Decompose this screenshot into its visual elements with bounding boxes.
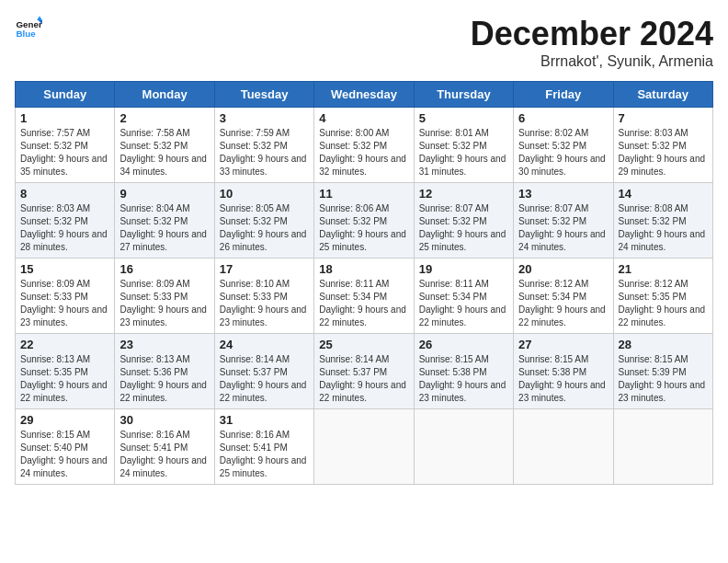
day-info: Sunrise: 8:06 AMSunset: 5:32 PMDaylight:…: [319, 202, 408, 254]
day-info: Sunrise: 8:08 AMSunset: 5:32 PMDaylight:…: [619, 202, 708, 254]
day-number: 15: [20, 262, 109, 276]
calendar-day-cell: 22Sunrise: 8:13 AMSunset: 5:35 PMDayligh…: [16, 334, 115, 409]
day-number: 27: [518, 338, 608, 351]
header-cell: Thursday: [414, 82, 513, 108]
calendar-week-row: 22Sunrise: 8:13 AMSunset: 5:35 PMDayligh…: [16, 334, 713, 409]
day-number: 6: [518, 111, 608, 125]
month-title: December 2024: [471, 15, 713, 53]
header-cell: Friday: [514, 82, 613, 108]
calendar-day-cell: [613, 409, 712, 485]
day-info: Sunrise: 8:15 AMSunset: 5:40 PMDaylight:…: [20, 429, 109, 480]
day-info: Sunrise: 7:59 AMSunset: 5:32 PMDaylight:…: [220, 127, 309, 178]
calendar-day-cell: 23Sunrise: 8:13 AMSunset: 5:36 PMDayligh…: [115, 334, 214, 409]
svg-text:Blue: Blue: [17, 29, 37, 39]
day-info: Sunrise: 8:14 AMSunset: 5:37 PMDaylight:…: [319, 353, 408, 405]
calendar-day-cell: [514, 409, 613, 485]
svg-marker-2: [37, 17, 42, 21]
day-number: 23: [119, 338, 209, 351]
day-number: 3: [220, 111, 309, 125]
calendar-week-row: 29Sunrise: 8:15 AMSunset: 5:40 PMDayligh…: [16, 409, 713, 485]
day-info: Sunrise: 8:09 AMSunset: 5:33 PMDaylight:…: [119, 278, 209, 329]
day-info: Sunrise: 8:07 AMSunset: 5:32 PMDaylight:…: [518, 202, 608, 254]
calendar-day-cell: 5Sunrise: 8:01 AMSunset: 5:32 PMDaylight…: [414, 108, 513, 183]
logo-icon: General Blue: [15, 15, 42, 42]
calendar-table: SundayMondayTuesdayWednesdayThursdayFrid…: [15, 81, 713, 485]
calendar-day-cell: 10Sunrise: 8:05 AMSunset: 5:32 PMDayligh…: [214, 183, 313, 259]
day-info: Sunrise: 8:01 AMSunset: 5:32 PMDaylight:…: [419, 127, 508, 178]
day-number: 13: [518, 187, 608, 201]
calendar-day-cell: 13Sunrise: 8:07 AMSunset: 5:32 PMDayligh…: [514, 183, 613, 259]
day-info: Sunrise: 8:10 AMSunset: 5:33 PMDaylight:…: [220, 278, 309, 329]
calendar-week-row: 1Sunrise: 7:57 AMSunset: 5:32 PMDaylight…: [16, 108, 713, 183]
day-number: 30: [119, 413, 209, 427]
day-number: 24: [220, 338, 309, 351]
calendar-day-cell: 15Sunrise: 8:09 AMSunset: 5:33 PMDayligh…: [16, 259, 115, 334]
day-number: 16: [119, 262, 209, 276]
header-cell: Monday: [115, 82, 214, 108]
calendar-day-cell: [314, 409, 414, 485]
day-info: Sunrise: 8:07 AMSunset: 5:32 PMDaylight:…: [419, 202, 508, 254]
day-number: 12: [419, 187, 508, 201]
header-cell: Wednesday: [314, 82, 414, 108]
calendar-day-cell: 29Sunrise: 8:15 AMSunset: 5:40 PMDayligh…: [16, 409, 115, 485]
calendar-day-cell: 3Sunrise: 7:59 AMSunset: 5:32 PMDaylight…: [214, 108, 313, 183]
day-number: 7: [619, 111, 708, 125]
calendar-day-cell: 8Sunrise: 8:03 AMSunset: 5:32 PMDaylight…: [16, 183, 115, 259]
day-info: Sunrise: 8:13 AMSunset: 5:35 PMDaylight:…: [20, 353, 109, 405]
calendar-day-cell: 26Sunrise: 8:15 AMSunset: 5:38 PMDayligh…: [414, 334, 513, 409]
calendar-day-cell: 1Sunrise: 7:57 AMSunset: 5:32 PMDaylight…: [16, 108, 115, 183]
day-number: 28: [619, 338, 708, 351]
day-number: 29: [20, 413, 109, 427]
calendar-day-cell: 20Sunrise: 8:12 AMSunset: 5:34 PMDayligh…: [514, 259, 613, 334]
day-number: 18: [319, 262, 408, 276]
location-title: Brrnakot', Syunik, Armenia: [471, 53, 713, 70]
day-info: Sunrise: 7:57 AMSunset: 5:32 PMDaylight:…: [20, 127, 109, 178]
day-number: 31: [220, 413, 309, 427]
day-info: Sunrise: 8:16 AMSunset: 5:41 PMDaylight:…: [220, 429, 309, 480]
calendar-day-cell: 19Sunrise: 8:11 AMSunset: 5:34 PMDayligh…: [414, 259, 513, 334]
day-number: 14: [619, 187, 708, 201]
day-info: Sunrise: 8:15 AMSunset: 5:39 PMDaylight:…: [619, 353, 708, 405]
day-number: 5: [419, 111, 508, 125]
calendar-day-cell: 21Sunrise: 8:12 AMSunset: 5:35 PMDayligh…: [613, 259, 712, 334]
day-number: 25: [319, 338, 408, 351]
day-info: Sunrise: 8:13 AMSunset: 5:36 PMDaylight:…: [119, 353, 209, 405]
day-info: Sunrise: 8:12 AMSunset: 5:34 PMDaylight:…: [518, 278, 608, 329]
day-number: 11: [319, 187, 408, 201]
header-row: SundayMondayTuesdayWednesdayThursdayFrid…: [16, 82, 713, 108]
day-info: Sunrise: 8:12 AMSunset: 5:35 PMDaylight:…: [619, 278, 708, 329]
calendar-day-cell: 28Sunrise: 8:15 AMSunset: 5:39 PMDayligh…: [613, 334, 712, 409]
calendar-day-cell: 2Sunrise: 7:58 AMSunset: 5:32 PMDaylight…: [115, 108, 214, 183]
page-header: General Blue December 2024 Brrnakot', Sy…: [15, 15, 713, 70]
day-info: Sunrise: 8:14 AMSunset: 5:37 PMDaylight:…: [220, 353, 309, 405]
calendar-week-row: 8Sunrise: 8:03 AMSunset: 5:32 PMDaylight…: [16, 183, 713, 259]
calendar-day-cell: 17Sunrise: 8:10 AMSunset: 5:33 PMDayligh…: [214, 259, 313, 334]
logo: General Blue: [15, 15, 42, 42]
day-number: 2: [119, 111, 209, 125]
day-number: 10: [220, 187, 309, 201]
day-number: 8: [20, 187, 109, 201]
calendar-day-cell: 14Sunrise: 8:08 AMSunset: 5:32 PMDayligh…: [613, 183, 712, 259]
day-info: Sunrise: 8:11 AMSunset: 5:34 PMDaylight:…: [319, 278, 408, 329]
calendar-day-cell: 25Sunrise: 8:14 AMSunset: 5:37 PMDayligh…: [314, 334, 414, 409]
day-info: Sunrise: 8:09 AMSunset: 5:33 PMDaylight:…: [20, 278, 109, 329]
day-number: 1: [20, 111, 109, 125]
header-cell: Saturday: [613, 82, 712, 108]
day-number: 26: [419, 338, 508, 351]
day-info: Sunrise: 8:11 AMSunset: 5:34 PMDaylight:…: [419, 278, 508, 329]
calendar-day-cell: 12Sunrise: 8:07 AMSunset: 5:32 PMDayligh…: [414, 183, 513, 259]
calendar-day-cell: 4Sunrise: 8:00 AMSunset: 5:32 PMDaylight…: [314, 108, 414, 183]
day-info: Sunrise: 7:58 AMSunset: 5:32 PMDaylight:…: [119, 127, 209, 178]
day-info: Sunrise: 8:15 AMSunset: 5:38 PMDaylight:…: [419, 353, 508, 405]
day-info: Sunrise: 8:05 AMSunset: 5:32 PMDaylight:…: [220, 202, 309, 254]
header-cell: Sunday: [16, 82, 115, 108]
day-info: Sunrise: 8:16 AMSunset: 5:41 PMDaylight:…: [119, 429, 209, 480]
calendar-day-cell: 24Sunrise: 8:14 AMSunset: 5:37 PMDayligh…: [214, 334, 313, 409]
calendar-week-row: 15Sunrise: 8:09 AMSunset: 5:33 PMDayligh…: [16, 259, 713, 334]
calendar-day-cell: [414, 409, 513, 485]
header-cell: Tuesday: [214, 82, 313, 108]
day-info: Sunrise: 8:03 AMSunset: 5:32 PMDaylight:…: [619, 127, 708, 178]
calendar-day-cell: 11Sunrise: 8:06 AMSunset: 5:32 PMDayligh…: [314, 183, 414, 259]
day-number: 17: [220, 262, 309, 276]
calendar-day-cell: 7Sunrise: 8:03 AMSunset: 5:32 PMDaylight…: [613, 108, 712, 183]
